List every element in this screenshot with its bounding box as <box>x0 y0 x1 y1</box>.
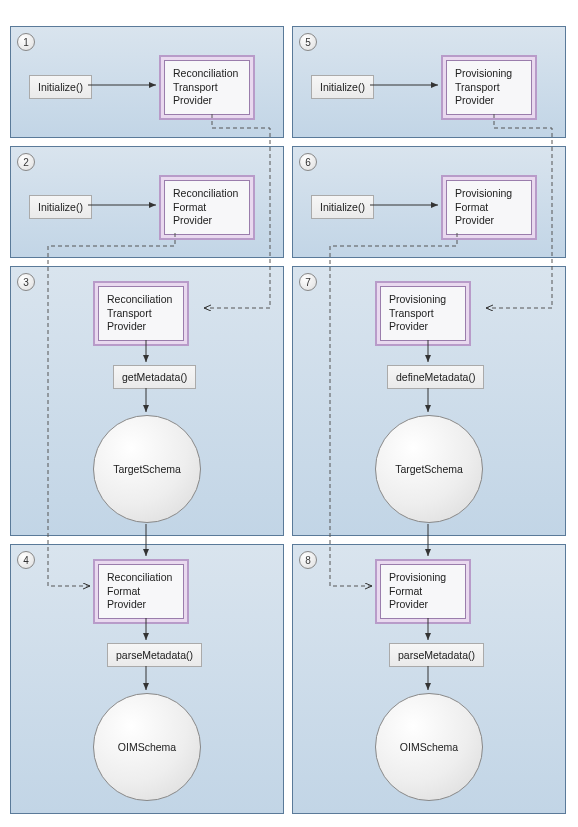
initialize-method-5: Initialize() <box>311 75 374 99</box>
step-badge-2: 2 <box>17 153 35 171</box>
reconciliation-format-provider-4: ReconciliationFormatProvider <box>93 559 189 624</box>
provisioning-transport-provider-5: ProvisioningTransportProvider <box>441 55 537 120</box>
provider-label: ProvisioningTransportProvider <box>380 286 466 341</box>
step-badge-8: 8 <box>299 551 317 569</box>
initialize-method-2: Initialize() <box>29 195 92 219</box>
step-badge-5: 5 <box>299 33 317 51</box>
provider-label: ReconciliationTransportProvider <box>98 286 184 341</box>
reconciliation-transport-provider-3: ReconciliationTransportProvider <box>93 281 189 346</box>
provider-label: ReconciliationFormatProvider <box>164 180 250 235</box>
diagram-root: 1 Initialize() ReconciliationTransportPr… <box>0 0 578 827</box>
step-badge-1: 1 <box>17 33 35 51</box>
panel-4: 4 ReconciliationFormatProvider parseMeta… <box>10 544 284 814</box>
panel-3: 3 ReconciliationTransportProvider getMet… <box>10 266 284 536</box>
provisioning-format-provider-6: ProvisioningFormatProvider <box>441 175 537 240</box>
provider-label: ProvisioningFormatProvider <box>380 564 466 619</box>
panel-6: 6 Initialize() ProvisioningFormatProvide… <box>292 146 566 258</box>
step-badge-4: 4 <box>17 551 35 569</box>
parse-metadata-method-4: parseMetadata() <box>107 643 202 667</box>
target-schema-3: TargetSchema <box>93 415 201 523</box>
panel-8: 8 ProvisioningFormatProvider parseMetada… <box>292 544 566 814</box>
get-metadata-method: getMetadata() <box>113 365 196 389</box>
provider-label: ReconciliationTransportProvider <box>164 60 250 115</box>
panel-2: 2 Initialize() ReconciliationFormatProvi… <box>10 146 284 258</box>
step-badge-7: 7 <box>299 273 317 291</box>
panel-5: 5 Initialize() ProvisioningTransportProv… <box>292 26 566 138</box>
target-schema-7: TargetSchema <box>375 415 483 523</box>
step-badge-6: 6 <box>299 153 317 171</box>
provider-label: ReconciliationFormatProvider <box>98 564 184 619</box>
initialize-method-1: Initialize() <box>29 75 92 99</box>
parse-metadata-method-8: parseMetadata() <box>389 643 484 667</box>
reconciliation-format-provider-2: ReconciliationFormatProvider <box>159 175 255 240</box>
reconciliation-transport-provider-1: ReconciliationTransportProvider <box>159 55 255 120</box>
provider-label: ProvisioningTransportProvider <box>446 60 532 115</box>
panel-1: 1 Initialize() ReconciliationTransportPr… <box>10 26 284 138</box>
provisioning-format-provider-8: ProvisioningFormatProvider <box>375 559 471 624</box>
provisioning-transport-provider-7: ProvisioningTransportProvider <box>375 281 471 346</box>
panel-7: 7 ProvisioningTransportProvider defineMe… <box>292 266 566 536</box>
oim-schema-4: OIMSchema <box>93 693 201 801</box>
step-badge-3: 3 <box>17 273 35 291</box>
provider-label: ProvisioningFormatProvider <box>446 180 532 235</box>
oim-schema-8: OIMSchema <box>375 693 483 801</box>
define-metadata-method: defineMetadata() <box>387 365 484 389</box>
initialize-method-6: Initialize() <box>311 195 374 219</box>
